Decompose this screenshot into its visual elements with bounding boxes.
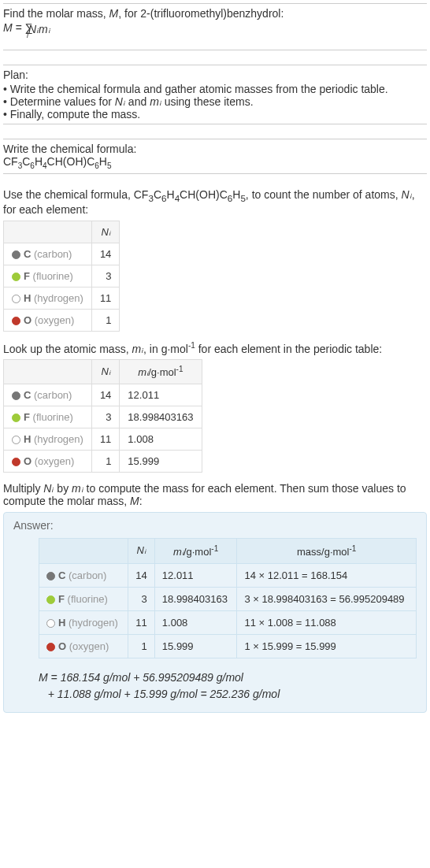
- n-value: 14: [91, 243, 119, 265]
- mass-value: 14 × 12.011 = 168.154: [237, 563, 417, 587]
- n-value: 11: [91, 287, 119, 309]
- element-symbol: H: [58, 617, 65, 629]
- plan-bullet-3: • Finally, compute the mass.: [3, 108, 427, 121]
- mass-value: 3 × 18.998403163 = 56.995209489: [237, 587, 417, 610]
- element-cell: F (fluorine): [39, 587, 128, 610]
- element-name: (fluorine): [68, 593, 108, 605]
- count-atoms-text: Use the chemical formula, CF3C6H4CH(OH)C…: [3, 188, 427, 216]
- element-name: (fluorine): [33, 411, 73, 423]
- table-header-row: Nᵢ: [4, 221, 120, 243]
- element-cell: H (hydrogen): [39, 610, 128, 634]
- n-value: 1: [91, 450, 119, 472]
- element-cell: F (fluorine): [4, 265, 92, 287]
- element-dot-icon: [12, 458, 20, 466]
- element-dot-icon: [12, 414, 20, 422]
- element-symbol: O: [58, 640, 66, 652]
- m-value: 15.999: [120, 450, 202, 472]
- formula-tail: Nᵢmᵢ: [28, 23, 50, 35]
- element-name: (oxygen): [35, 455, 75, 467]
- n-value: 1: [128, 634, 154, 658]
- element-dot-icon: [46, 572, 55, 581]
- intro-text-a: Find the molar mass,: [3, 7, 109, 20]
- table-row: F (fluorine)3: [4, 265, 120, 287]
- n-value: 3: [91, 406, 119, 428]
- table-row: F (fluorine)318.9984031633 × 18.99840316…: [39, 587, 417, 610]
- answer-label: Answer:: [13, 519, 417, 532]
- element-dot-icon: [46, 595, 55, 604]
- intro-section: Find the molar mass, M, for 2-(trifluoro…: [3, 3, 427, 50]
- element-symbol: C: [58, 569, 65, 581]
- element-symbol: F: [24, 411, 30, 423]
- intro-M: M: [109, 7, 119, 20]
- element-dot-icon: [12, 250, 20, 259]
- header-mi: mᵢ/g·mol-1: [154, 538, 237, 563]
- count-atoms-section: Use the chemical formula, CF3C6H4CH(OH)C…: [3, 188, 427, 332]
- table-header-row: Nᵢ mᵢ/g·mol-1: [4, 360, 202, 384]
- n-value: 11: [128, 610, 154, 634]
- plan-section: Plan: • Write the chemical formula and g…: [3, 65, 427, 124]
- header-empty: [4, 360, 92, 384]
- header-empty: [4, 221, 92, 243]
- table-header-row: Nᵢ mᵢ/g·mol-1 mass/g·mol-1: [39, 538, 417, 563]
- header-ni: Nᵢ: [91, 360, 119, 384]
- element-symbol: F: [58, 593, 65, 605]
- element-name: (carbon): [34, 389, 72, 401]
- m-value: 1.008: [154, 610, 237, 634]
- intro-text-c: , for 2-(trifluoromethyl)benzhydrol:: [118, 7, 284, 20]
- intro-line: Find the molar mass, M, for 2-(trifluoro…: [3, 7, 427, 20]
- table-row: O (oxygen)1: [4, 309, 120, 331]
- element-name: (hydrogen): [34, 433, 83, 445]
- n-value: 11: [91, 428, 119, 450]
- header-mi: mᵢ/g·mol-1: [120, 360, 202, 384]
- element-cell: C (carbon): [39, 563, 128, 587]
- element-name: (oxygen): [35, 314, 75, 326]
- m-value: 18.998403163: [120, 406, 202, 428]
- element-dot-icon: [46, 643, 55, 651]
- table-row: C (carbon)1412.011: [4, 384, 202, 406]
- element-symbol: H: [24, 292, 31, 304]
- element-cell: C (carbon): [4, 243, 92, 265]
- element-cell: H (hydrogen): [4, 287, 92, 309]
- table-row: C (carbon)1412.01114 × 12.011 = 168.154: [39, 563, 417, 587]
- table-row: C (carbon)14: [4, 243, 120, 265]
- lookup-text: Look up the atomic mass, mᵢ, in g·mol-1 …: [3, 341, 427, 355]
- element-dot-icon: [12, 295, 20, 303]
- element-symbol: O: [24, 314, 32, 326]
- header-ni: Nᵢ: [128, 538, 154, 563]
- table-row: H (hydrogen)111.00811 × 1.008 = 11.088: [39, 610, 417, 634]
- plan-bullet-1: • Write the chemical formula and gather …: [3, 83, 427, 95]
- lookup-section: Look up the atomic mass, mᵢ, in g·mol-1 …: [3, 341, 427, 473]
- mass-value: 1 × 15.999 = 15.999: [237, 634, 417, 658]
- element-dot-icon: [12, 273, 20, 281]
- element-dot-icon: [12, 436, 20, 444]
- element-dot-icon: [46, 619, 55, 628]
- table-row: H (hydrogen)111.008: [4, 428, 202, 450]
- element-cell: O (oxygen): [4, 309, 92, 331]
- element-name: (carbon): [69, 569, 106, 581]
- n-value: 14: [128, 563, 154, 587]
- write-formula-title: Write the chemical formula:: [3, 143, 427, 155]
- plan-title: Plan:: [3, 69, 427, 81]
- element-cell: O (oxygen): [4, 450, 92, 472]
- final-calculation: M = 168.154 g/mol + 56.995209489 g/mol +…: [39, 670, 417, 703]
- element-name: (hydrogen): [34, 292, 83, 304]
- plan-bullet-2: • Determine values for Nᵢ and mᵢ using t…: [3, 95, 427, 108]
- m-value: 12.011: [120, 384, 202, 406]
- chemical-formula: CF3C6H4CH(OH)C6H5: [3, 155, 427, 170]
- element-dot-icon: [12, 317, 20, 325]
- element-symbol: H: [24, 433, 31, 445]
- element-cell: O (oxygen): [39, 634, 128, 658]
- answer-inner: Nᵢ mᵢ/g·mol-1 mass/g·mol-1 C (carbon)141…: [13, 538, 417, 703]
- element-symbol: O: [24, 455, 32, 467]
- write-formula-section: Write the chemical formula: CF3C6H4CH(OH…: [3, 139, 427, 174]
- element-symbol: C: [24, 248, 31, 260]
- mass-value: 11 × 1.008 = 11.088: [237, 610, 417, 634]
- answer-table: Nᵢ mᵢ/g·mol-1 mass/g·mol-1 C (carbon)141…: [39, 538, 417, 658]
- element-name: (carbon): [34, 248, 72, 260]
- header-empty: [39, 538, 128, 563]
- element-symbol: C: [24, 389, 31, 401]
- multiply-text: Multiply Nᵢ by mᵢ to compute the mass fo…: [3, 482, 427, 507]
- element-dot-icon: [12, 391, 20, 400]
- m-value: 18.998403163: [154, 587, 237, 610]
- table-row: F (fluorine)318.998403163: [4, 406, 202, 428]
